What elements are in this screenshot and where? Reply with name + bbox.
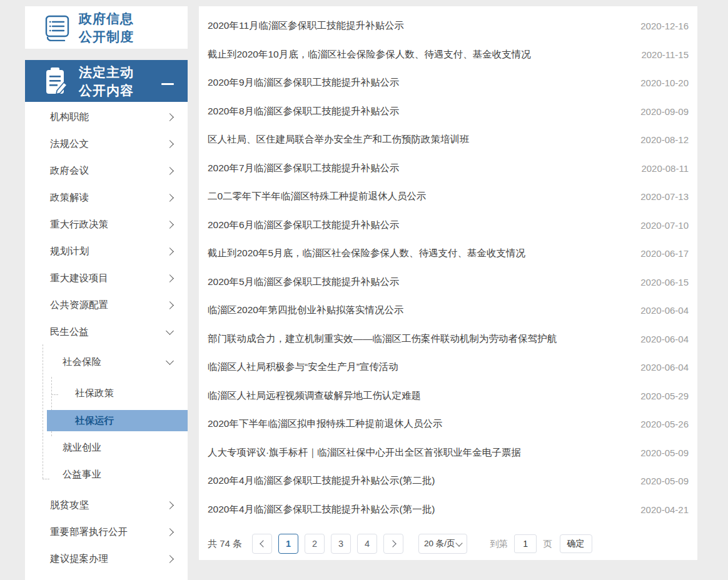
news-title-link[interactable]: 2020年下半年临淄区拟申报特殊工种提前退休人员公示	[208, 418, 630, 431]
news-row: 2020年8月临淄区参保职工技能提升补贴公示 2020-09-09	[208, 98, 689, 126]
page-button-2[interactable]: 2	[305, 534, 325, 554]
news-title-link[interactable]: 二0二零年下半年临淄区特殊工种提前退休人员公示	[208, 190, 630, 203]
sidebar-item-label: 法规公文	[50, 138, 89, 151]
news-title-link[interactable]: 截止到2020年5月底，临淄区社会保险参保人数、待遇支付、基金收支情况	[208, 247, 630, 260]
sidebar-item-regulations[interactable]: 法规公文	[25, 131, 188, 158]
news-title-link[interactable]: 2020年6月临淄区参保职工技能提升补贴公示	[208, 219, 630, 232]
total-count: 共 74 条	[208, 538, 242, 550]
chevron-right-icon	[166, 167, 174, 175]
news-row: 人大专项评议·旗手标杆｜临淄区社保中心开出全区首张职业年金电子票据 2020-0…	[208, 439, 689, 468]
news-date: 2020-05-26	[640, 419, 689, 429]
chevron-left-icon	[260, 540, 266, 547]
sidebar-menu: 机构职能 法规公文 政府会议 政策解读 重大行政决策 规划计划 重大建设项目 公…	[25, 102, 188, 580]
news-title-link[interactable]: 临淄区人社局远程视频调查破解异地工伤认定难题	[208, 389, 630, 402]
sidebar-item-label: 重要部署执行公开	[50, 526, 128, 539]
news-row: 2020年9月临淄区参保职工技能提升补贴公示 2020-10-20	[208, 69, 689, 98]
sidebar-item-planning[interactable]: 规划计划	[25, 238, 188, 265]
sidebar-item-label: 民生公益	[50, 326, 89, 339]
sidebar-item-label: 脱贫攻坚	[50, 499, 89, 512]
statutory-disclosure-header[interactable]: 法定主动 公开内容	[25, 60, 188, 102]
chevron-right-icon	[166, 140, 174, 148]
chevron-down-icon	[166, 327, 174, 335]
page-button-4[interactable]: 4	[357, 534, 377, 554]
statutory-disclosure-title: 法定主动 公开内容	[79, 63, 134, 99]
news-title-link[interactable]: 2020年7月临淄区参保职工技能提升补贴公示	[208, 162, 631, 175]
news-title-link[interactable]: 2020年8月临淄区参保职工技能提升补贴公示	[208, 105, 630, 118]
sidebar-item-gov-meetings[interactable]: 政府会议	[25, 158, 188, 184]
sidebar-item-poverty-alleviation[interactable]: 脱贫攻坚	[25, 492, 188, 519]
page-button-3[interactable]: 3	[331, 534, 351, 554]
sidebar-item-social-insurance[interactable]: 社会保险	[25, 349, 188, 376]
sidebar-item-livelihood[interactable]: 民生公益	[25, 319, 188, 346]
sidebar-item-org-functions[interactable]: 机构职能	[25, 104, 188, 131]
news-date: 2020-06-15	[640, 277, 689, 288]
sidebar-item-public-resources[interactable]: 公共资源配置	[25, 292, 188, 319]
sidebar-item-label: 规划计划	[50, 245, 89, 258]
news-title-link[interactable]: 临淄区人社局积极参与“安全生产月”宣传活动	[208, 361, 630, 374]
chevron-right-icon	[166, 555, 174, 563]
news-date: 2020-08-11	[641, 163, 689, 174]
chevron-right-icon	[166, 528, 174, 536]
chevron-right-icon	[166, 113, 174, 121]
info-disclosure-system-card[interactable]: 政府信息 公开制度	[25, 6, 188, 49]
news-title-link[interactable]: 2020年9月临淄区参保职工技能提升补贴公示	[208, 76, 630, 89]
news-title-link[interactable]: 截止到2020年10月底，临淄区社会保险参保人数、待遇支付、基金收支情况	[208, 48, 631, 61]
goto-suffix-label: 页	[543, 538, 552, 550]
goto-page-input[interactable]	[514, 534, 537, 553]
news-row: 临淄区人社局积极参与“安全生产月”宣传活动 2020-06-04	[208, 353, 689, 382]
chevron-down-icon	[455, 539, 462, 546]
news-title-link[interactable]: 2020年11月临淄区参保职工技能提升补贴公示	[208, 19, 630, 32]
confirm-button[interactable]: 确定	[560, 534, 592, 553]
chevron-right-icon	[166, 274, 174, 282]
news-title-link[interactable]: 人大专项评议·旗手标杆｜临淄区社保中心开出全区首张职业年金电子票据	[208, 446, 630, 459]
news-list: 2020年11月临淄区参保职工技能提升补贴公示 2020-12-16 截止到20…	[199, 6, 697, 524]
news-row: 临淄区人社局远程视频调查破解异地工伤认定难题 2020-05-29	[208, 382, 689, 411]
news-date: 2020-12-16	[640, 21, 689, 31]
sidebar-item-label: 重大建设项目	[50, 272, 108, 285]
sidebar-item-major-admin-decisions[interactable]: 重大行政决策	[25, 211, 188, 238]
chevron-down-icon	[166, 357, 174, 365]
news-title-link[interactable]: 2020年4月临淄区参保职工技能提升补贴公示(第一批)	[208, 503, 630, 516]
next-page-button[interactable]	[383, 534, 403, 554]
news-title-link[interactable]: 2020年5月临淄区参保职工技能提升补贴公示	[208, 276, 630, 289]
news-date: 2020-06-17	[640, 248, 689, 259]
news-date: 2020-06-04	[640, 305, 689, 316]
news-row: 2020年5月临淄区参保职工技能提升补贴公示 2020-06-15	[208, 268, 689, 297]
page-size-select[interactable]: 20 条/页	[418, 534, 467, 554]
news-row: 2020年11月临淄区参保职工技能提升补贴公示 2020-12-16	[208, 12, 689, 41]
page-button-1[interactable]: 1	[278, 534, 298, 554]
news-row: 区人社局、区住建局联合举办安全生产和工伤预防政策培训班 2020-08-12	[208, 126, 689, 154]
journal-icon	[41, 14, 73, 41]
sidebar-item-public-welfare[interactable]: 公益事业	[25, 461, 188, 488]
sidebar-item-label: 社会保险	[63, 356, 101, 369]
sidebar-item-proposals[interactable]: 建议提案办理	[25, 546, 188, 572]
news-row: 2020年4月临淄区参保职工技能提升补贴公示(第一批) 2020-04-21	[208, 496, 689, 524]
sidebar-item-social-insurance-policy[interactable]: 社保政策	[25, 380, 188, 407]
news-title-link[interactable]: 区人社局、区住建局联合举办安全生产和工伤预防政策培训班	[208, 133, 630, 146]
chevron-right-icon	[166, 194, 174, 202]
sidebar-item-label: 就业创业	[63, 441, 101, 454]
news-row: 2020年7月临淄区参保职工技能提升补贴公示 2020-08-11	[208, 154, 689, 183]
goto-prefix-label: 到第	[490, 538, 508, 550]
sidebar-item-key-deployments[interactable]: 重要部署执行公开	[25, 519, 188, 546]
sidebar-item-employment[interactable]: 就业创业	[25, 434, 188, 461]
prev-page-button[interactable]	[252, 534, 272, 554]
news-row: 2020年4月临淄区参保职工技能提升补贴公示(第二批) 2020-05-09	[208, 467, 689, 496]
sidebar-item-major-construction[interactable]: 重大建设项目	[25, 265, 188, 292]
clipboard-pencil-icon	[41, 66, 73, 97]
news-title-link[interactable]: 临淄区2020年第四批创业补贴拟落实情况公示	[208, 304, 630, 317]
collapse-minus-icon[interactable]	[161, 83, 174, 85]
sidebar-item-label: 社保政策	[75, 387, 114, 400]
news-row: 2020年下半年临淄区拟申报特殊工种提前退休人员公示 2020-05-26	[208, 410, 689, 439]
news-title-link[interactable]: 部门联动成合力，建立机制重实效——临淄区工伤案件联动机制为劳动者保驾护航	[208, 332, 630, 346]
news-title-link[interactable]: 2020年4月临淄区参保职工技能提升补贴公示(第二批)	[208, 474, 630, 488]
news-date: 2020-10-20	[640, 78, 689, 88]
chevron-right-icon	[166, 221, 174, 229]
sidebar-item-policy-interpretation[interactable]: 政策解读	[25, 184, 188, 211]
news-panel: 2020年11月临淄区参保职工技能提升补贴公示 2020-12-16 截止到20…	[199, 6, 697, 560]
info-disclosure-system-title: 政府信息 公开制度	[79, 9, 134, 46]
sidebar-item-label: 机构职能	[50, 111, 89, 124]
sidebar-item-social-insurance-operation[interactable]: 社保运行	[47, 410, 188, 431]
news-row: 部门联动成合力，建立机制重实效——临淄区工伤案件联动机制为劳动者保驾护航 202…	[208, 325, 689, 354]
news-date: 2020-06-04	[640, 334, 689, 344]
